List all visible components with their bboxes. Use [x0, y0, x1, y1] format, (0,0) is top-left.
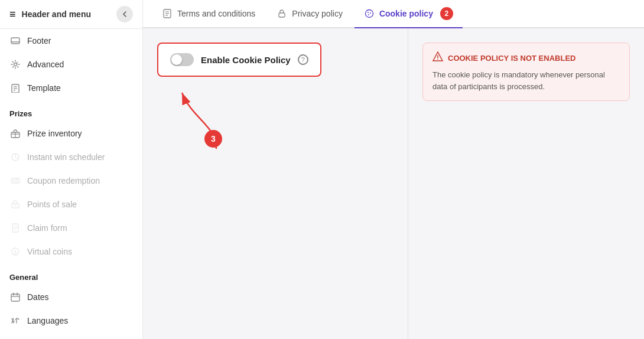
tab-bar: Terms and conditions Privacy policy Cook… [143, 0, 644, 28]
error-title: COOKIE POLICY IS NOT ENABLED [432, 51, 620, 64]
hamburger-icon: ≡ [9, 8, 16, 21]
svg-rect-0 [11, 38, 19, 44]
sidebar-item-dates[interactable]: Dates [0, 285, 142, 309]
toggle-label: Enable Cookie Policy [201, 55, 291, 65]
content-area: Enable Cookie Policy ? 3 [143, 28, 644, 339]
sidebar-item-instant-win-label: Instant win scheduler [27, 152, 105, 162]
sidebar-item-languages[interactable]: Languages [0, 309, 142, 333]
toggle-section: Enable Cookie Policy ? 3 [157, 43, 321, 77]
sidebar-item-restrictions[interactable]: Restrictions [0, 333, 142, 339]
sidebar-item-languages-label: Languages [27, 316, 68, 325]
sidebar-item-prize-inventory[interactable]: Prize inventory [0, 122, 142, 145]
tab-cookie-label: Cookie policy [379, 9, 433, 18]
step-2-badge: 2 [440, 7, 453, 20]
cookie-icon [364, 8, 375, 19]
sidebar-item-advanced-label: Advanced [27, 60, 64, 69]
dates-icon [9, 291, 21, 303]
tab-terms-label: Terms and conditions [177, 9, 255, 18]
tab-privacy-label: Privacy policy [292, 9, 343, 18]
svg-rect-23 [11, 294, 19, 301]
tab-cookie[interactable]: Cookie policy 2 [354, 0, 463, 28]
sidebar-header-label: Header and menu [22, 9, 91, 19]
warning-icon [432, 51, 443, 64]
template-icon [9, 82, 21, 94]
virtual-coins-icon: $ [9, 246, 21, 257]
sidebar-item-template[interactable]: Template [0, 76, 142, 100]
points-of-sale-icon [9, 198, 21, 210]
general-section-label: General [0, 263, 142, 285]
toggle-box: Enable Cookie Policy ? [157, 43, 321, 77]
prize-inventory-icon [9, 128, 21, 139]
svg-point-38 [365, 10, 373, 18]
sidebar-item-points-of-sale[interactable]: Points of sale [0, 193, 142, 216]
sidebar-item-prize-inventory-label: Prize inventory [27, 129, 82, 138]
sidebar-item-instant-win[interactable]: Instant win scheduler [0, 145, 142, 169]
sidebar-item-claim-form-label: Claim form [27, 223, 67, 233]
sidebar: ≡ Header and menu Footer Advanced Templa… [0, 0, 143, 339]
svg-point-41 [368, 14, 369, 15]
claim-form-icon [9, 222, 21, 234]
sidebar-item-advanced[interactable]: Advanced [0, 53, 142, 76]
footer-icon [9, 35, 21, 47]
sidebar-item-coupon-redemption[interactable]: Coupon redemption [0, 169, 142, 193]
step-3-badge: 3 [204, 130, 222, 148]
terms-icon [162, 8, 173, 19]
content-left: Enable Cookie Policy ? 3 [143, 28, 408, 339]
sidebar-item-virtual-coins-label: Virtual coins [27, 247, 72, 256]
svg-point-40 [370, 12, 371, 14]
svg-point-12 [13, 180, 15, 182]
collapse-button[interactable] [116, 6, 133, 22]
advanced-icon [9, 58, 21, 70]
coupon-redemption-icon [9, 175, 21, 187]
main-panel: Terms and conditions Privacy policy Cook… [143, 0, 644, 339]
content-right: COOKIE POLICY IS NOT ENABLED The cookie … [408, 28, 644, 339]
sidebar-item-footer-label: Footer [27, 36, 51, 45]
languages-icon [9, 315, 21, 327]
sidebar-item-points-of-sale-label: Points of sale [27, 200, 77, 209]
sidebar-top: ≡ Header and menu [0, 0, 142, 29]
sidebar-item-footer[interactable]: Footer [0, 29, 142, 53]
sidebar-item-template-label: Template [27, 83, 61, 93]
tab-privacy[interactable]: Privacy policy [267, 1, 352, 27]
prizes-section-label: Prizes [0, 100, 142, 122]
sidebar-item-virtual-coins[interactable]: $ Virtual coins [0, 240, 142, 263]
svg-text:$: $ [14, 249, 17, 255]
sidebar-item-dates-label: Dates [27, 292, 49, 302]
help-icon[interactable]: ? [298, 54, 308, 65]
cookie-policy-toggle[interactable] [170, 53, 194, 66]
error-title-text: COOKIE POLICY IS NOT ENABLED [448, 54, 575, 63]
privacy-icon [277, 8, 287, 19]
svg-rect-37 [279, 13, 285, 17]
sidebar-item-claim-form[interactable]: Claim form [0, 216, 142, 240]
error-body: The cookie policy is mandatory whenever … [432, 69, 620, 92]
svg-point-44 [437, 59, 438, 60]
instant-win-icon [9, 151, 21, 163]
sidebar-item-coupon-redemption-label: Coupon redemption [27, 176, 100, 185]
svg-point-39 [367, 12, 369, 13]
error-box: COOKIE POLICY IS NOT ENABLED The cookie … [422, 43, 630, 101]
tab-terms[interactable]: Terms and conditions [152, 1, 265, 27]
